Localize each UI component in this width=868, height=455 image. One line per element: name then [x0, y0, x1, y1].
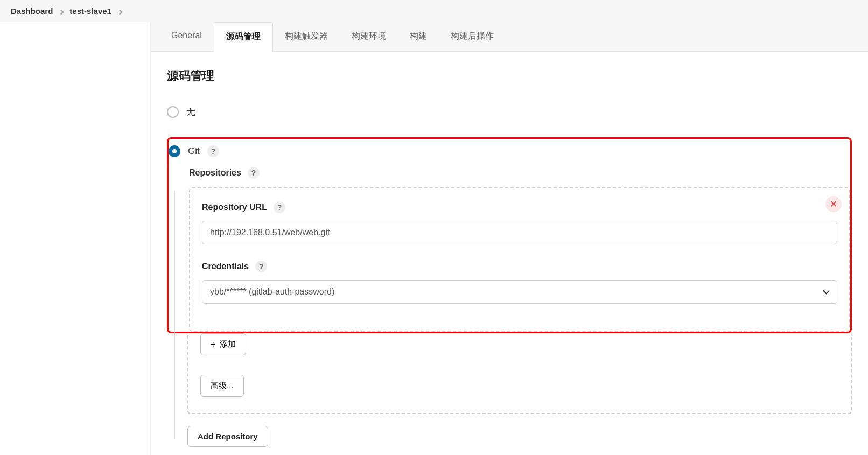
- repo-url-label: Repository URL: [202, 202, 267, 212]
- help-icon[interactable]: ?: [274, 201, 285, 213]
- add-btn-label: 添加: [220, 339, 236, 349]
- radio-label-none: 无: [186, 106, 195, 118]
- help-icon[interactable]: ?: [248, 167, 260, 179]
- credentials-select[interactable]: ybb/****** (gitlab-auth-password): [202, 280, 837, 304]
- credentials-label-row: Credentials ?: [202, 261, 837, 272]
- radio-icon[interactable]: [167, 106, 179, 118]
- highlight-region: Git ? Repositories ? ✕ Repository U: [167, 137, 852, 333]
- radio-label-git: Git: [188, 146, 200, 157]
- plus-icon: [211, 340, 215, 349]
- scm-option-none[interactable]: 无: [167, 106, 852, 118]
- tab-scm[interactable]: 源码管理: [214, 22, 273, 52]
- tab-env[interactable]: 构建环境: [340, 22, 398, 51]
- add-repo-btn-label: Add Repository: [198, 432, 258, 441]
- breadcrumb: Dashboard test-slave1: [0, 0, 868, 22]
- breadcrumb-item[interactable]: test-slave1: [69, 6, 111, 16]
- help-icon[interactable]: ?: [207, 145, 219, 157]
- repo-url-label-row: Repository URL ?: [202, 201, 837, 213]
- tab-triggers[interactable]: 构建触发器: [273, 22, 340, 51]
- tab-general[interactable]: General: [159, 22, 214, 51]
- repo-url-input[interactable]: [202, 221, 837, 244]
- repositories-label: Repositories: [189, 168, 241, 178]
- section-title: 源码管理: [167, 68, 852, 84]
- help-icon[interactable]: ?: [255, 261, 267, 272]
- config-tabs: General 源码管理 构建触发器 构建环境 构建 构建后操作: [151, 22, 868, 52]
- add-repository-button[interactable]: Add Repository: [187, 426, 268, 447]
- add-credentials-button[interactable]: 添加: [200, 333, 246, 355]
- repository-block: ✕ Repository URL ? Credentials ?: [189, 187, 850, 332]
- breadcrumb-dashboard[interactable]: Dashboard: [11, 6, 53, 16]
- credentials-label: Credentials: [202, 262, 249, 271]
- advanced-button[interactable]: 高级...: [200, 375, 244, 397]
- chevron-right-icon: [59, 6, 63, 16]
- tab-build[interactable]: 构建: [398, 22, 439, 51]
- sidebar: [0, 22, 151, 455]
- close-icon[interactable]: ✕: [825, 196, 842, 212]
- radio-icon[interactable]: [169, 145, 180, 157]
- chevron-right-icon: [118, 6, 122, 16]
- advanced-btn-label: 高级...: [211, 381, 234, 391]
- scm-option-git[interactable]: Git ?: [169, 145, 850, 157]
- tab-post[interactable]: 构建后操作: [439, 22, 506, 51]
- repositories-header: Repositories ?: [189, 167, 850, 179]
